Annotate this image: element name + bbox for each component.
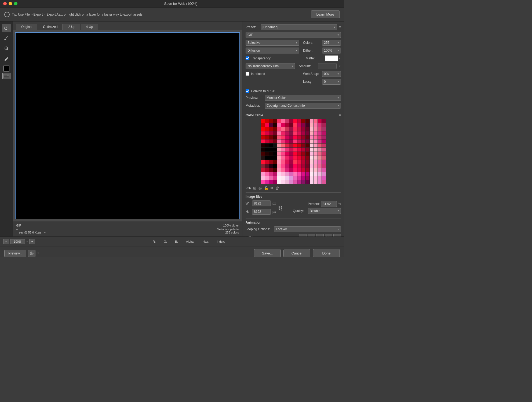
color-cell[interactable] [322, 148, 326, 151]
height-input[interactable] [252, 209, 271, 215]
color-cell[interactable] [265, 135, 269, 139]
color-cell[interactable] [293, 131, 297, 135]
color-cell[interactable] [293, 139, 297, 143]
color-cell[interactable] [289, 135, 293, 139]
color-cell[interactable] [261, 160, 265, 164]
color-cell[interactable] [322, 139, 326, 143]
color-cell[interactable] [293, 119, 297, 123]
color-cell[interactable] [293, 143, 297, 147]
color-cell[interactable] [277, 168, 281, 172]
color-cell[interactable] [297, 135, 301, 139]
color-cell[interactable] [273, 135, 277, 139]
color-cell[interactable] [269, 135, 273, 139]
color-cell[interactable] [310, 135, 314, 139]
color-cell[interactable] [277, 135, 281, 139]
matte-swatch[interactable] [325, 55, 338, 61]
color-cell[interactable] [261, 172, 265, 176]
color-cell[interactable] [306, 135, 309, 139]
color-cell[interactable] [306, 156, 309, 160]
ct-icon-lock[interactable]: ◎ [258, 186, 262, 190]
color-cell[interactable] [301, 135, 305, 139]
color-cell[interactable] [301, 176, 305, 180]
color-cell[interactable] [322, 127, 326, 131]
color-cell[interactable] [301, 168, 305, 172]
color-cell[interactable] [285, 119, 289, 123]
color-cell[interactable] [301, 131, 305, 135]
color-cell[interactable] [322, 168, 326, 172]
color-cell[interactable] [322, 152, 326, 156]
color-cell[interactable] [265, 127, 269, 131]
color-cell[interactable] [273, 127, 277, 131]
palette-select[interactable]: Selective Adaptive Perceptual [246, 40, 299, 46]
color-cell[interactable] [314, 119, 318, 123]
preset-menu-icon[interactable]: ≡ [339, 25, 341, 29]
color-cell[interactable] [269, 180, 273, 184]
color-cell[interactable] [306, 123, 309, 127]
color-cell[interactable] [310, 180, 314, 184]
color-cell[interactable] [289, 176, 293, 180]
color-cell[interactable] [273, 176, 277, 180]
color-cell[interactable] [261, 131, 265, 135]
color-cell[interactable] [306, 143, 309, 147]
color-cell[interactable] [269, 139, 273, 143]
color-cell[interactable] [273, 131, 277, 135]
color-cell[interactable] [265, 131, 269, 135]
color-cell[interactable] [277, 123, 281, 127]
color-cell[interactable] [281, 164, 285, 168]
color-cell[interactable] [289, 123, 293, 127]
color-cell[interactable] [277, 152, 281, 156]
color-cell[interactable] [293, 160, 297, 164]
color-cell[interactable] [297, 164, 301, 168]
frame-prev-btn[interactable]: ◀◀ [308, 234, 315, 236]
color-cell[interactable] [281, 135, 285, 139]
color-cell[interactable] [318, 148, 322, 151]
color-cell[interactable] [265, 164, 269, 168]
color-cell[interactable] [285, 135, 289, 139]
zoom-arrow[interactable]: ▼ [26, 240, 28, 243]
color-cell[interactable] [301, 123, 305, 127]
tab-4up[interactable]: 4-Up [81, 24, 98, 30]
ct-icon-copy[interactable]: ⧉ [271, 186, 273, 190]
color-cell[interactable] [277, 180, 281, 184]
color-cell[interactable] [261, 139, 265, 143]
color-cell[interactable] [318, 127, 322, 131]
color-cell[interactable] [318, 168, 322, 172]
color-cell[interactable] [318, 164, 322, 168]
color-cell[interactable] [314, 143, 318, 147]
color-cell[interactable] [318, 172, 322, 176]
color-cell[interactable] [269, 172, 273, 176]
color-cell[interactable] [314, 160, 318, 164]
color-cell[interactable] [322, 131, 326, 135]
ct-icon-grid[interactable]: ⊞ [253, 186, 256, 190]
color-cell[interactable] [314, 156, 318, 160]
color-cell[interactable] [293, 123, 297, 127]
color-cell[interactable] [306, 168, 309, 172]
color-cell[interactable] [261, 123, 265, 127]
color-cell[interactable] [297, 131, 301, 135]
color-cell[interactable] [261, 143, 265, 147]
color-cell[interactable] [322, 172, 326, 176]
color-cell[interactable] [281, 139, 285, 143]
color-cell[interactable] [318, 139, 322, 143]
ct-icon-lock2[interactable]: 🔒 [264, 186, 268, 190]
color-cell[interactable] [314, 180, 318, 184]
color-cell[interactable] [289, 131, 293, 135]
color-cell[interactable] [277, 139, 281, 143]
color-cell[interactable] [293, 172, 297, 176]
color-cell[interactable] [281, 123, 285, 127]
color-cell[interactable] [314, 168, 318, 172]
color-cell[interactable] [269, 152, 273, 156]
color-cell[interactable] [297, 172, 301, 176]
color-cell[interactable] [297, 168, 301, 172]
color-cell[interactable] [310, 131, 314, 135]
color-cell[interactable] [318, 131, 322, 135]
color-cell[interactable] [285, 152, 289, 156]
color-cell[interactable] [281, 143, 285, 147]
color-cell[interactable] [293, 156, 297, 160]
preview-button[interactable]: Preview... [4, 250, 26, 257]
color-cell[interactable] [306, 152, 309, 156]
color-cell[interactable] [318, 123, 322, 127]
color-cell[interactable] [281, 168, 285, 172]
color-cell[interactable] [261, 168, 265, 172]
color-cell[interactable] [314, 139, 318, 143]
